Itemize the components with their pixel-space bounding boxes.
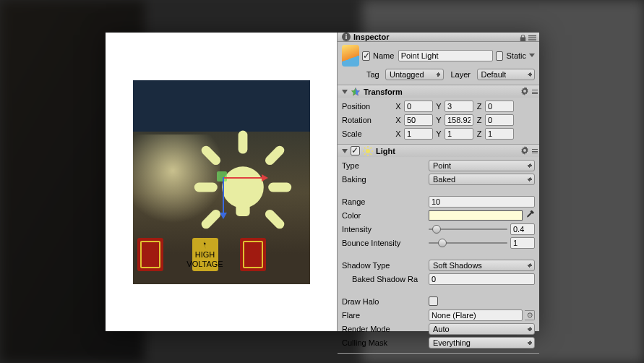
info-icon: i xyxy=(342,33,351,41)
light-gizmo-icon xyxy=(185,124,301,241)
scale-x-input[interactable] xyxy=(404,128,433,140)
slider-thumb[interactable] xyxy=(438,239,447,247)
baked-shadow-input[interactable] xyxy=(429,273,535,285)
shadow-type-label: Shadow Type xyxy=(342,261,426,270)
gameobject-header: Name Static Tag Untagged Layer Default xyxy=(338,42,539,85)
inspector-tab-label: Inspector xyxy=(353,33,390,41)
scale-z-input[interactable] xyxy=(485,128,514,140)
rotation-y-input[interactable] xyxy=(445,114,473,126)
bounce-label: Bounce Intensity xyxy=(342,239,426,247)
svg-rect-2 xyxy=(238,130,247,153)
warning-sign-left xyxy=(137,238,163,271)
scale-y-input[interactable] xyxy=(445,128,473,140)
draw-halo-checkbox[interactable] xyxy=(429,296,438,306)
type-dropdown[interactable]: Point xyxy=(429,160,535,171)
transform-header[interactable]: Transform xyxy=(338,85,539,98)
svg-rect-1 xyxy=(236,202,249,215)
gear-icon[interactable] xyxy=(520,87,529,95)
bounce-value-input[interactable] xyxy=(510,237,535,249)
render-mode-dropdown[interactable]: Auto xyxy=(429,323,535,335)
scene-preview-panel: HIGHVOLTAGE xyxy=(106,33,337,331)
static-checkbox[interactable] xyxy=(496,51,504,61)
range-input[interactable] xyxy=(429,196,535,208)
svg-point-13 xyxy=(366,149,370,153)
light-component: Light Type Point Baking Baked Range xyxy=(338,145,539,354)
svg-rect-7 xyxy=(199,144,223,167)
object-picker-icon[interactable] xyxy=(525,310,535,320)
panel-menu-icon[interactable] xyxy=(528,34,536,42)
svg-rect-5 xyxy=(268,182,291,192)
flare-label: Flare xyxy=(342,311,426,320)
lock-icon[interactable] xyxy=(519,34,527,42)
svg-rect-11 xyxy=(528,38,536,38)
gameobject-icon[interactable] xyxy=(342,45,359,67)
warning-sign-right xyxy=(240,238,266,271)
tag-dropdown[interactable]: Untagged xyxy=(385,69,444,80)
high-voltage-sign: HIGHVOLTAGE xyxy=(192,238,218,271)
position-label: Position xyxy=(342,102,392,111)
rotation-z-input[interactable] xyxy=(485,114,514,126)
svg-rect-6 xyxy=(263,144,286,167)
color-swatch[interactable] xyxy=(429,210,523,221)
color-label: Color xyxy=(342,211,426,220)
svg-rect-4 xyxy=(194,182,217,192)
range-label: Range xyxy=(342,197,426,206)
intensity-label: Intensity xyxy=(342,225,426,234)
gizmo-y-handle[interactable] xyxy=(223,177,224,217)
light-title: Light xyxy=(376,147,395,155)
culling-mask-label: Culling Mask xyxy=(342,338,426,347)
position-row: Position X Y Z xyxy=(342,100,535,112)
svg-rect-8 xyxy=(263,208,286,231)
scene-viewport[interactable]: HIGHVOLTAGE xyxy=(133,80,310,284)
gizmo-x-handle[interactable] xyxy=(223,177,266,179)
static-label: Static xyxy=(506,51,526,60)
layer-dropdown[interactable]: Default xyxy=(477,69,536,80)
shadow-type-dropdown[interactable]: Soft Shadows xyxy=(429,260,535,271)
intensity-slider[interactable] xyxy=(429,224,507,234)
svg-rect-10 xyxy=(528,35,536,36)
gizmo-z-handle[interactable] xyxy=(217,171,227,182)
foldout-icon[interactable] xyxy=(342,149,348,156)
scale-row: Scale X Y Z xyxy=(342,127,535,140)
light-icon xyxy=(363,146,373,156)
static-dropdown-icon[interactable] xyxy=(529,54,535,60)
culling-mask-dropdown[interactable]: Everything xyxy=(429,337,535,349)
position-x-input[interactable] xyxy=(404,101,433,112)
type-label: Type xyxy=(342,161,426,170)
light-enabled-checkbox[interactable] xyxy=(351,146,360,155)
transform-icon xyxy=(351,87,361,97)
svg-point-0 xyxy=(222,166,264,208)
component-menu-icon[interactable] xyxy=(532,90,538,94)
transform-title: Transform xyxy=(364,87,403,96)
component-menu-icon[interactable] xyxy=(532,149,538,153)
rotation-x-input[interactable] xyxy=(404,114,433,126)
baking-dropdown[interactable]: Baked xyxy=(429,174,535,185)
position-y-input[interactable] xyxy=(445,101,473,112)
light-header[interactable]: Light xyxy=(338,145,539,157)
render-mode-label: Render Mode xyxy=(342,325,426,333)
gear-icon[interactable] xyxy=(520,146,529,155)
baking-label: Baking xyxy=(342,175,426,184)
baked-shadow-label: Baked Shadow Ra xyxy=(352,275,426,283)
name-input[interactable] xyxy=(398,50,493,61)
rotation-row: Rotation X Y Z xyxy=(342,114,535,126)
position-z-input[interactable] xyxy=(485,101,514,112)
layer-label: Layer xyxy=(451,70,474,79)
eyedropper-icon[interactable] xyxy=(525,210,535,221)
scale-label: Scale xyxy=(342,129,392,138)
draw-halo-label: Draw Halo xyxy=(342,297,426,306)
bounce-slider[interactable] xyxy=(429,238,507,248)
slider-thumb[interactable] xyxy=(432,225,441,234)
tag-label: Tag xyxy=(366,70,382,79)
svg-rect-12 xyxy=(528,39,536,40)
svg-line-18 xyxy=(364,148,366,149)
foldout-icon[interactable] xyxy=(342,90,348,97)
intensity-value-input[interactable] xyxy=(510,223,535,235)
flare-field[interactable]: None (Flare) xyxy=(429,309,523,321)
svg-rect-9 xyxy=(199,208,223,231)
editor-overlay: HIGHVOLTAGE i Inspector Name Static xyxy=(106,33,539,331)
rotation-label: Rotation xyxy=(342,116,392,124)
inspector-tab[interactable]: i Inspector xyxy=(338,33,539,42)
svg-line-19 xyxy=(371,153,372,155)
active-checkbox[interactable] xyxy=(362,51,370,61)
